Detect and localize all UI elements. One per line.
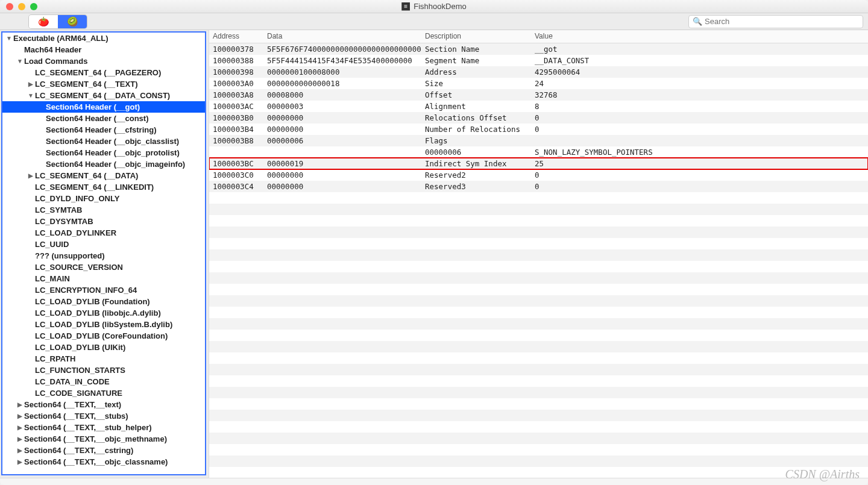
tree-item[interactable]: Section64 (__TEXT,__stub_helper) (2, 422, 205, 433)
tree-item[interactable]: Section64 Header (__const) (2, 113, 205, 124)
view-seg-1[interactable]: 🍅 (29, 15, 58, 28)
view-seg-2[interactable]: 🥝 (58, 15, 87, 28)
tree-item[interactable]: LC_LOAD_DYLIB (CoreFoundation) (2, 330, 205, 342)
tree-item[interactable]: LC_SEGMENT_64 (__DATA) (2, 170, 205, 181)
table-row-empty (209, 455, 868, 467)
tree-item[interactable]: LC_MAIN (2, 273, 205, 284)
tree-item-label: Section64 (__TEXT,__stubs) (24, 411, 128, 421)
tree-item[interactable]: ??? (unsupported) (2, 250, 205, 261)
tree-item[interactable]: LC_ENCRYPTION_INFO_64 (2, 284, 205, 296)
tree-item[interactable]: Section64 Header (__cfstring) (2, 124, 205, 136)
table-row-empty (209, 410, 868, 421)
tree-item[interactable]: LC_LOAD_DYLIB (Foundation) (2, 296, 205, 307)
tree-item[interactable]: LC_SEGMENT_64 (__PAGEZERO) (2, 67, 205, 78)
cell-data: 00000019 (263, 157, 421, 170)
table-row[interactable]: 1000003885F5F444154415F434F4E53540000000… (209, 55, 868, 66)
table-body[interactable]: 1000003785F5F676F74000000000000000000000… (209, 43, 868, 478)
tree-item[interactable]: LC_SEGMENT_64 (__LINKEDIT) (2, 181, 205, 193)
disclosure-triangle-icon[interactable] (17, 436, 23, 442)
disclosure-triangle-icon[interactable] (17, 458, 23, 465)
table-row[interactable]: 1000003B000000000Relocations Offset0 (209, 112, 868, 124)
minimize-button[interactable] (18, 3, 25, 10)
titlebar: ≡ FishhookDemo (0, 0, 868, 13)
tree-item[interactable]: Section64 Header (__objc_protolist) (2, 147, 205, 158)
table-row[interactable]: 00000006S_NON_LAZY_SYMBOL_POINTERS (209, 146, 868, 158)
col-data[interactable]: Data (263, 30, 421, 43)
tree-item[interactable]: Section64 (__TEXT,__objc_methname) (2, 433, 205, 445)
table-row[interactable]: 1000003B400000000Number of Relocations0 (209, 124, 868, 135)
tree-item[interactable]: LC_RPATH (2, 353, 205, 365)
tree-item[interactable]: Section64 Header (__got) (2, 101, 205, 113)
sidebar-tree[interactable]: Executable (ARM64_ALL)Mach64 HeaderLoad … (1, 31, 206, 475)
table-row[interactable]: 1000003785F5F676F74000000000000000000000… (209, 43, 868, 55)
table-row[interactable]: 1000003AC00000003Alignment8 (209, 101, 868, 112)
tree-item[interactable]: Load Commands (2, 55, 205, 67)
tree-item[interactable]: Section64 Header (__objc_classlist) (2, 136, 205, 147)
cell-addr: 1000003B8 (209, 134, 263, 147)
table-row-empty (209, 444, 868, 455)
tree-item-label: LC_FUNCTION_STARTS (35, 366, 125, 375)
tree-item[interactable]: LC_SYMTAB (2, 204, 205, 216)
table-row[interactable]: 1000003980000000100008000Address42950000… (209, 66, 868, 78)
tree-item[interactable]: Section64 Header (__objc_imageinfo) (2, 158, 205, 170)
table-row[interactable]: 1000003C400000000Reserved30 (209, 181, 868, 192)
tree-item-label: LC_LOAD_DYLINKER (35, 228, 116, 237)
tree-item[interactable]: Section64 (__TEXT,__text) (2, 399, 205, 410)
tree-item-label: LC_LOAD_DYLIB (libSystem.B.dylib) (35, 320, 172, 329)
tree-item[interactable]: Section64 (__TEXT,__cstring) (2, 445, 205, 456)
view-segmented-control[interactable]: 🍅 🥝 (29, 15, 87, 28)
tree-item[interactable]: LC_FUNCTION_STARTS (2, 365, 205, 376)
table-row[interactable]: 1000003C000000000Reserved20 (209, 169, 868, 181)
close-button[interactable] (6, 3, 13, 10)
tree-item-label: LC_ENCRYPTION_INFO_64 (35, 286, 137, 295)
tree-item[interactable]: LC_DYLD_INFO_ONLY (2, 193, 205, 204)
disclosure-triangle-icon[interactable] (28, 172, 34, 179)
tree-item[interactable]: Section64 (__TEXT,__stubs) (2, 410, 205, 422)
disclosure-triangle-icon[interactable] (6, 35, 12, 42)
table-row[interactable]: 1000003B800000006Flags (209, 135, 868, 146)
cell-addr: 100000388 (209, 54, 263, 67)
tree-item[interactable]: LC_LOAD_DYLIB (libobjc.A.dylib) (2, 307, 205, 319)
tree-item-label: LC_UUID (35, 240, 69, 249)
status-bar (0, 478, 868, 485)
col-address[interactable]: Address (209, 30, 263, 43)
tree-item-label: LC_LOAD_DYLIB (Foundation) (35, 297, 150, 306)
tree-item[interactable]: LC_DATA_IN_CODE (2, 376, 205, 387)
tree-item[interactable]: LC_LOAD_DYLIB (libSystem.B.dylib) (2, 319, 205, 330)
disclosure-triangle-icon[interactable] (28, 81, 34, 87)
col-value[interactable]: Value (531, 30, 868, 43)
disclosure-triangle-icon[interactable] (28, 92, 34, 99)
tree-item[interactable]: LC_UUID (2, 239, 205, 250)
tree-item[interactable]: LC_SOURCE_VERSION (2, 261, 205, 273)
tree-item[interactable]: LC_LOAD_DYLINKER (2, 227, 205, 239)
disclosure-triangle-icon[interactable] (17, 447, 23, 454)
cell-data: 00000003 (263, 100, 421, 113)
tree-item-label: Section64 (__TEXT,__objc_classname) (24, 457, 168, 466)
search-input[interactable] (705, 17, 859, 26)
tree-item[interactable]: LC_SEGMENT_64 (__DATA_CONST) (2, 90, 205, 101)
table-row[interactable]: 1000003A00000000000000018Size24 (209, 78, 868, 89)
table-row[interactable]: 1000003BC00000019Indirect Sym Index25 (209, 158, 868, 169)
tree-item[interactable]: LC_CODE_SIGNATURE (2, 387, 205, 399)
disclosure-triangle-icon[interactable] (17, 401, 23, 408)
tree-item[interactable]: Mach64 Header (2, 44, 205, 55)
body: Executable (ARM64_ALL)Mach64 HeaderLoad … (0, 30, 868, 478)
tree-item[interactable]: Section64 (__TEXT,__objc_classname) (2, 456, 205, 468)
tree-item[interactable]: LC_LOAD_DYLIB (UIKit) (2, 342, 205, 353)
table-header: Address Data Description Value (209, 30, 868, 43)
disclosure-triangle-icon[interactable] (17, 58, 23, 64)
table-row[interactable]: 1000003A800008000Offset32768 (209, 89, 868, 101)
tree-item-label: Executable (ARM64_ALL) (13, 34, 108, 43)
disclosure-triangle-icon[interactable] (17, 424, 23, 431)
search-field[interactable]: 🔍 (688, 15, 863, 28)
cell-data: 0000000000000018 (263, 77, 421, 90)
disclosure-triangle-icon[interactable] (17, 413, 23, 419)
zoom-button[interactable] (30, 3, 37, 10)
cell-val: 24 (531, 77, 868, 90)
col-desc[interactable]: Description (421, 30, 531, 43)
tree-item[interactable]: LC_DYSYMTAB (2, 216, 205, 227)
tree-item[interactable]: LC_SEGMENT_64 (__TEXT) (2, 78, 205, 90)
table-row-empty (209, 364, 868, 375)
tree-item[interactable]: Executable (ARM64_ALL) (2, 33, 205, 44)
cell-data: 00000000 (263, 169, 421, 181)
